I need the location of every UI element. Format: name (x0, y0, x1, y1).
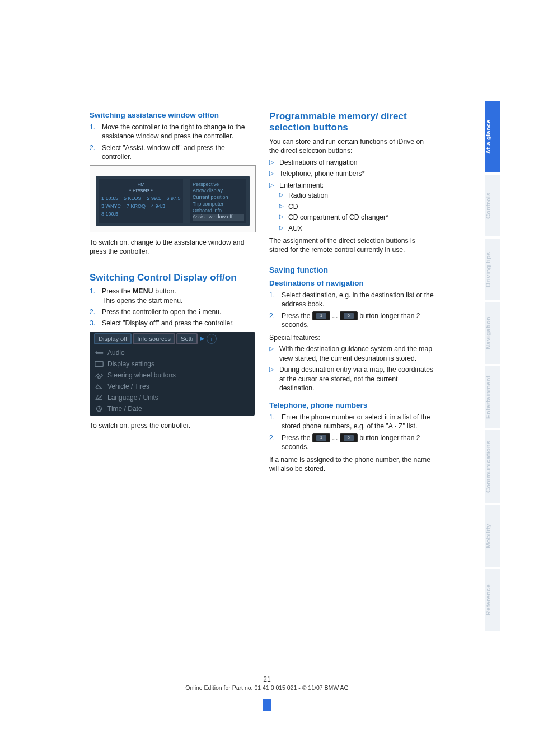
memory-key-1-icon: 1 (312, 311, 330, 320)
footer-text: Online Edition for Part no. 01 41 0 015 … (0, 684, 534, 691)
step-text: Move the controller to the right to chan… (102, 123, 245, 140)
heading-switch-display: Switching Control Display off/on (90, 272, 255, 283)
list-item: During destination entry via a map, the … (269, 365, 434, 393)
dest-steps: 1.Select destination, e.g. in the destin… (269, 291, 434, 330)
tab-navigation[interactable]: Navigation (485, 302, 500, 364)
list-item: 3.Select "Display off" and press the con… (90, 319, 255, 328)
screenshot-assist-window: FM • Presets • 1 103.55 KLOS 2 99.16 97.… (90, 165, 256, 232)
svg-point-1 (98, 376, 101, 379)
memory-key-6-icon: 6 (340, 433, 358, 442)
list-item: 2. Press the 1 ... 6 button longer than … (269, 433, 434, 452)
screenshot-display-off-menu: Display off Info sources Setti ▶ i Audio… (90, 332, 255, 416)
tab-mobility[interactable]: Mobility (485, 505, 500, 567)
page-footer: 21 Online Edition for Part no. 01 41 0 0… (0, 675, 534, 711)
special-features-list: With the destination guidance system and… (269, 344, 434, 393)
intro-text: You can store and run certain functions … (269, 137, 434, 156)
footer-marker-icon (263, 699, 271, 711)
left-column: Switching assistance window off/on 1.Mov… (90, 111, 255, 476)
assignment-text: The assignment of the direct selection b… (269, 236, 434, 255)
list-item: With the destination guidance system and… (269, 344, 434, 363)
list-item: 2.Select "Assist. window off" and press … (90, 143, 255, 162)
menu-button-label: MENU (133, 287, 153, 295)
tab-entertainment[interactable]: Entertainment (485, 366, 500, 428)
tab-controls[interactable]: Controls (485, 175, 500, 236)
list-item: 2. Press the 1 ... 6 button longer than … (269, 311, 434, 330)
heading-telephone: Telephone, phone numbers (269, 401, 434, 410)
assist-steps: 1.Move the controller to the right to ch… (90, 123, 255, 162)
tab-communications[interactable]: Communications (485, 430, 500, 503)
tab-reference[interactable]: Reference (485, 569, 500, 631)
svg-point-3 (100, 388, 102, 389)
page-number: 21 (0, 675, 534, 683)
list-item: 1.Select destination, e.g. in the destin… (269, 291, 434, 309)
list-item: CD compartment of CD changer* (279, 213, 434, 222)
step-text: Select "Assist. window off" and press th… (102, 144, 225, 161)
list-item: 2. Press the controller to open the i me… (90, 307, 255, 316)
list-item: 1.Enter the phone number or select it in… (269, 413, 434, 431)
svg-point-2 (96, 388, 98, 389)
heading-programmable: Programmable memory/ direct selection bu… (269, 111, 434, 134)
list-item: Radio station (279, 191, 434, 200)
heading-switch-assist: Switching assistance window off/on (90, 111, 255, 120)
list-item: Destinations of navigation (269, 158, 434, 167)
assist-switch-on-text: To switch on, change to the assistance w… (90, 238, 255, 256)
memory-key-1-icon: 1 (312, 433, 330, 442)
list-item: 1. Press the MENU button. This opens the… (90, 287, 255, 305)
list-item: CD (279, 202, 434, 211)
telephone-name-text: If a name is assigned to the phone numbe… (269, 455, 434, 474)
special-features-label: Special features: (269, 333, 434, 342)
svg-rect-0 (95, 361, 103, 366)
tab-driving-tips[interactable]: Driving tips (485, 239, 500, 300)
display-switch-on-text: To switch on, press the controller. (90, 421, 255, 430)
heading-saving: Saving function (269, 265, 434, 276)
list-item: Telephone, phone numbers* (269, 169, 434, 178)
right-column: Programmable memory/ direct selection bu… (269, 111, 434, 476)
list-item: 1.Move the controller to the right to ch… (90, 123, 255, 141)
tel-steps: 1.Enter the phone number or select it in… (269, 413, 434, 452)
function-list: Destinations of navigation Telephone, ph… (269, 158, 434, 233)
entertainment-sublist: Radio station CD CD compartment of CD ch… (279, 191, 434, 233)
side-tabs: At a glance Controls Driving tips Naviga… (485, 101, 500, 633)
tab-at-a-glance[interactable]: At a glance (485, 101, 500, 172)
memory-key-6-icon: 6 (340, 311, 358, 320)
display-steps: 1. Press the MENU button. This opens the… (90, 287, 255, 328)
heading-dest-nav: Destinations of navigation (269, 279, 434, 288)
list-item: AUX (279, 224, 434, 233)
list-item: Entertainment: Radio station CD CD compa… (269, 181, 434, 233)
